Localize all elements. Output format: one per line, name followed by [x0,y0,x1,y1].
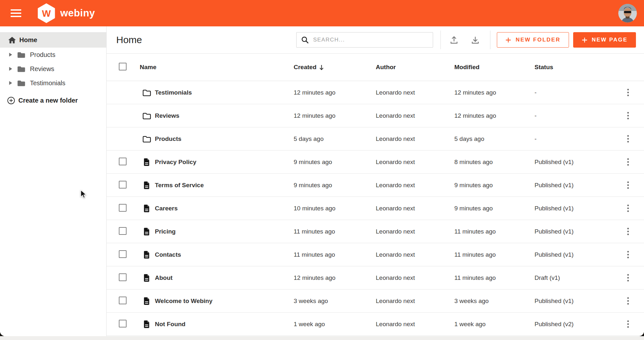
status-header-label: Status [535,64,553,71]
sidebar-folder-label: Testimonials [30,79,65,87]
app-window: webiny Home Products Reviews [0,0,644,336]
row-modified: 3 weeks ago [454,298,535,305]
row-author: Leonardo next [376,228,454,235]
row-modified: 11 minutes ago [454,274,535,281]
column-header-modified[interactable]: Modified [454,64,535,71]
row-menu-button[interactable] [623,133,633,144]
import-upload-button[interactable] [447,32,461,47]
row-author: Leonardo next [376,321,454,328]
create-new-folder-button[interactable]: Create a new folder [0,93,106,107]
table-row[interactable]: Privacy Policy 9 minutes ago Leonardo ne… [107,151,644,174]
row-status: Draft (v1) [535,274,612,281]
new-folder-button[interactable]: NEW FOLDER [497,32,569,48]
plus-circle-icon [7,96,15,105]
row-menu-button[interactable] [623,319,633,330]
select-all-checkbox[interactable] [119,63,127,70]
page-document-icon [142,181,151,190]
row-name[interactable]: Products [155,135,294,142]
row-created: 5 days ago [294,135,376,142]
row-name[interactable]: Welcome to Webiny [155,298,294,305]
sidebar-item-reviews[interactable]: Reviews [0,62,106,76]
sidebar-folder-label: Products [30,51,55,59]
row-modified: 12 minutes ago [454,112,535,119]
row-menu-button[interactable] [623,203,633,214]
page-document-icon [142,273,151,282]
table-header: Name Created Author Modified Status [107,54,644,81]
webiny-hexagon-icon [37,3,56,23]
export-download-button[interactable] [468,32,483,47]
search-icon [301,36,309,44]
table-row[interactable]: Reviews 12 minutes ago Leonardo next 12 … [107,104,644,127]
row-name[interactable]: About [155,274,294,281]
folder-icon [142,134,151,143]
new-folder-label: NEW FOLDER [516,37,560,43]
row-menu-button[interactable] [623,272,633,283]
row-created: 11 minutes ago [294,251,376,258]
row-author: Leonardo next [376,112,454,119]
folder-tree-sidebar: Home Products Reviews Testimonials Creat… [0,26,107,336]
modified-header-label: Modified [454,64,479,71]
row-menu-button[interactable] [623,249,633,260]
row-name[interactable]: Careers [155,205,294,212]
search-input[interactable] [313,37,433,43]
column-header-author[interactable]: Author [376,64,454,71]
row-menu-button[interactable] [623,226,633,237]
row-status: Published (v1) [535,205,612,212]
row-name[interactable]: Contacts [155,251,294,258]
row-created: 12 minutes ago [294,89,376,96]
search-box[interactable] [296,32,433,48]
upload-icon [449,35,459,45]
row-checkbox[interactable] [119,320,127,327]
row-author: Leonardo next [376,159,454,166]
row-menu-button[interactable] [623,87,633,98]
row-created: 12 minutes ago [294,274,376,281]
table-row[interactable]: Contacts 11 minutes ago Leonardo next 11… [107,243,644,266]
row-checkbox[interactable] [119,250,127,258]
row-checkbox[interactable] [119,204,127,212]
row-name[interactable]: Not Found [155,321,294,328]
table-row[interactable]: Terms of Service 9 minutes ago Leonardo … [107,174,644,197]
table-row[interactable]: Products 5 days ago Leonardo next 5 days… [107,127,644,151]
sidebar-item-testimonials[interactable]: Testimonials [0,76,106,90]
row-checkbox[interactable] [119,158,127,165]
table-row[interactable]: Not Found 1 week ago Leonardo next 1 wee… [107,313,644,336]
new-page-button[interactable]: NEW PAGE [573,32,636,48]
row-name[interactable]: Pricing [155,228,294,235]
row-created: 11 minutes ago [294,228,376,235]
row-modified: 1 week ago [454,321,535,328]
avatar-photo-icon [618,4,637,23]
row-modified: 9 minutes ago [454,205,535,212]
table-body: Testimonials 12 minutes ago Leonardo nex… [107,81,644,336]
top-bar: webiny [0,0,644,26]
table-row[interactable]: Pricing 11 minutes ago Leonardo next 11 … [107,220,644,243]
row-status: - [535,112,612,119]
page-document-icon [142,250,151,259]
row-menu-button[interactable] [623,296,633,307]
sidebar-item-home[interactable]: Home [0,32,106,48]
column-header-name[interactable]: Name [140,64,294,71]
user-avatar[interactable] [618,4,637,23]
row-checkbox[interactable] [119,273,127,281]
row-author: Leonardo next [376,298,454,305]
table-row[interactable]: Careers 10 minutes ago Leonardo next 9 m… [107,197,644,220]
row-name[interactable]: Testimonials [155,89,294,96]
row-name[interactable]: Reviews [155,112,294,119]
table-row[interactable]: Welcome to Webiny 3 weeks ago Leonardo n… [107,289,644,313]
row-modified: 12 minutes ago [454,89,535,96]
row-checkbox[interactable] [119,297,127,304]
table-row[interactable]: About 12 minutes ago Leonardo next 11 mi… [107,266,644,289]
row-name[interactable]: Privacy Policy [155,159,294,166]
row-modified: 8 minutes ago [454,159,535,166]
hamburger-menu-button[interactable] [6,4,26,22]
row-menu-button[interactable] [623,157,633,168]
row-checkbox[interactable] [119,181,127,188]
row-modified: 9 minutes ago [454,182,535,189]
row-name[interactable]: Terms of Service [155,182,294,189]
column-header-created[interactable]: Created [294,64,376,71]
table-row[interactable]: Testimonials 12 minutes ago Leonardo nex… [107,81,644,104]
sidebar-item-products[interactable]: Products [0,48,106,62]
row-checkbox[interactable] [119,227,127,235]
row-menu-button[interactable] [623,180,633,191]
row-created: 9 minutes ago [294,182,376,189]
row-menu-button[interactable] [623,110,633,121]
